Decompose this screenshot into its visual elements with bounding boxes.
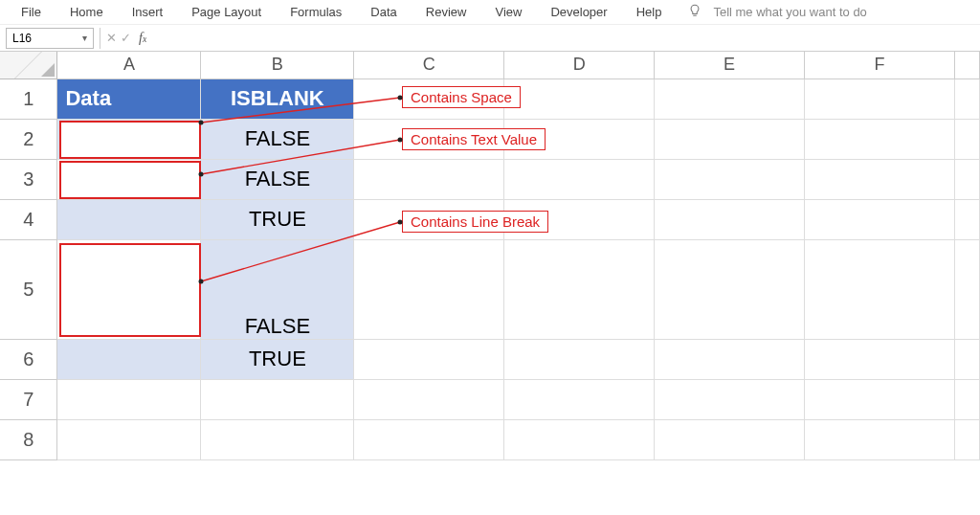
cell-C3[interactable] [354,159,504,199]
cell-D8[interactable] [504,419,655,459]
row-head-2[interactable]: 2 [0,119,57,159]
menu-formulas[interactable]: Formulas [278,3,353,21]
cell-A2[interactable] [57,119,201,159]
cell-F2[interactable] [805,119,955,159]
cell-G6[interactable] [954,339,979,379]
formula-bar: L16 ▾ ✕ ✓ fx [0,25,980,52]
row-6: 6 TRUE [0,339,980,379]
col-head-D[interactable]: D [504,52,655,78]
menu-file[interactable]: File [10,3,53,21]
column-header-row: A B C D E F [0,52,980,78]
select-all-corner[interactable] [0,52,57,78]
cancel-icon[interactable]: ✕ [106,31,117,45]
col-head-E[interactable]: E [655,52,805,78]
row-head-7[interactable]: 7 [0,379,57,419]
menu-home[interactable]: Home [58,3,115,21]
cell-E3[interactable] [655,159,805,199]
col-head-B[interactable]: B [201,52,354,78]
cell-G7[interactable] [954,379,979,419]
cell-C8[interactable] [354,419,504,459]
col-head-A[interactable]: A [57,52,201,78]
menu-view[interactable]: View [483,3,533,21]
cell-G1[interactable] [954,78,979,119]
lightbulb-icon [688,4,702,20]
menu-help[interactable]: Help [625,3,674,21]
cell-A6[interactable] [57,339,201,379]
cell-B1[interactable]: ISBLANK [201,78,354,119]
row-8: 8 [0,419,980,459]
annotation-text-value: Contains Text Value [402,128,546,150]
cell-A4[interactable] [57,199,201,239]
row-3: 3 text FALSE [0,159,980,199]
cell-E1[interactable] [655,78,805,119]
col-head-F[interactable]: F [805,52,955,78]
spreadsheet-grid: A B C D E F 1 Data ISBLANK 2 FALSE [0,52,980,460]
cell-C6[interactable] [354,339,504,379]
cell-B4[interactable]: TRUE [201,199,354,239]
ribbon-menu: File Home Insert Page Layout Formulas Da… [0,0,980,25]
cell-E7[interactable] [655,379,805,419]
row-5: 5 FALSE [0,239,980,339]
row-head-8[interactable]: 8 [0,419,57,459]
cell-F1[interactable] [805,78,955,119]
formula-input[interactable] [146,28,980,49]
row-head-3[interactable]: 3 [0,159,57,199]
cell-B6[interactable]: TRUE [201,339,354,379]
cell-A1[interactable]: Data [57,78,201,119]
cell-E6[interactable] [655,339,805,379]
cell-D3[interactable] [504,159,655,199]
cell-E5[interactable] [655,239,805,339]
confirm-icon[interactable]: ✓ [121,31,131,45]
cell-B8[interactable] [201,419,354,459]
cell-C7[interactable] [354,379,504,419]
cell-D7[interactable] [504,379,655,419]
cell-E2[interactable] [655,119,805,159]
cell-A5[interactable] [57,239,201,339]
cell-G3[interactable] [954,159,979,199]
col-head-C[interactable]: C [354,52,504,78]
cell-E8[interactable] [655,419,805,459]
row-head-1[interactable]: 1 [0,78,57,119]
cell-A8[interactable] [57,419,201,459]
cell-A7[interactable] [57,379,201,419]
cell-F6[interactable] [805,339,955,379]
tell-me-search[interactable]: Tell me what you want to do [713,5,866,19]
cell-B2[interactable]: FALSE [201,119,354,159]
chevron-down-icon[interactable]: ▾ [82,33,87,43]
annotation-line-break: Contains Line Break [402,211,548,233]
name-box[interactable]: L16 ▾ [6,28,94,49]
cell-C5[interactable] [354,239,504,339]
name-box-value: L16 [12,32,32,45]
row-head-6[interactable]: 6 [0,339,57,379]
cell-G5[interactable] [954,239,979,339]
cell-A3[interactable]: text [57,159,201,199]
cell-D5[interactable] [504,239,655,339]
menu-insert[interactable]: Insert [121,3,175,21]
annotation-space: Contains Space [402,86,521,108]
cell-B7[interactable] [201,379,354,419]
fx-icon[interactable]: fx [139,31,146,46]
formula-action-icons: ✕ ✓ fx [106,31,146,46]
cell-F4[interactable] [805,199,955,239]
cell-D1[interactable] [504,78,655,119]
cell-B5[interactable]: FALSE [201,239,354,339]
menu-data[interactable]: Data [359,3,408,21]
cell-G4[interactable] [954,199,979,239]
menu-review[interactable]: Review [414,3,479,21]
row-7: 7 [0,379,980,419]
cell-F5[interactable] [805,239,955,339]
grid-table: A B C D E F 1 Data ISBLANK 2 FALSE [0,52,980,460]
cell-B3[interactable]: FALSE [201,159,354,199]
cell-F3[interactable] [805,159,955,199]
row-head-5[interactable]: 5 [0,239,57,339]
cell-G8[interactable] [954,419,979,459]
row-head-4[interactable]: 4 [0,199,57,239]
menu-developer[interactable]: Developer [539,3,618,21]
cell-F8[interactable] [805,419,955,459]
menu-page-layout[interactable]: Page Layout [180,3,273,21]
cell-E4[interactable] [655,199,805,239]
cell-G2[interactable] [954,119,979,159]
col-head-extra[interactable] [954,52,979,78]
cell-D6[interactable] [504,339,655,379]
cell-F7[interactable] [805,379,955,419]
